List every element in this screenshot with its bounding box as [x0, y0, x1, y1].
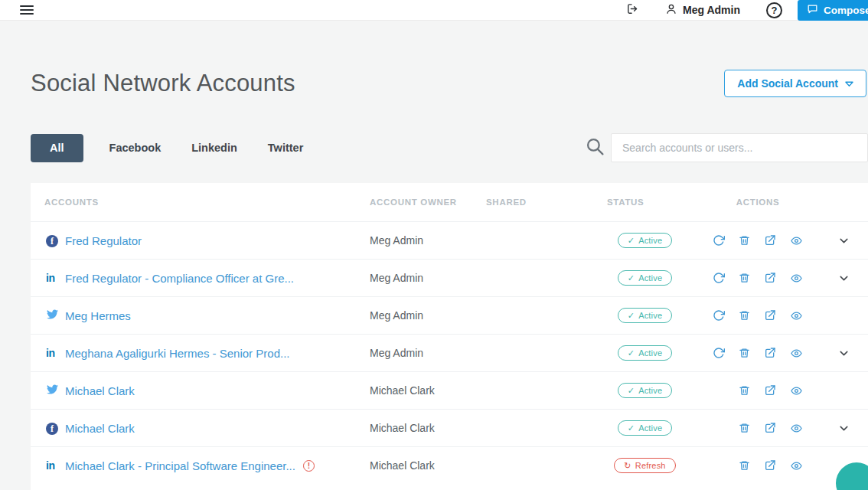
account-name-link[interactable]: Fred Regulator - Compliance Officer at G… [65, 272, 294, 285]
user-menu[interactable]: Meg Admin [665, 3, 740, 18]
status-icon: ✓ [628, 312, 635, 320]
status-cell: ✓ Active [593, 420, 697, 436]
topbar: Meg Admin ? Compose [0, 0, 868, 21]
share-icon[interactable] [764, 384, 776, 397]
actions-cell [697, 272, 819, 284]
share-icon[interactable] [764, 309, 776, 322]
status-icon: ✓ [628, 387, 635, 395]
status-cell: ✓ Active [593, 233, 697, 248]
status-label: Active [638, 311, 662, 320]
view-icon[interactable] [790, 460, 803, 472]
delete-icon[interactable] [739, 459, 750, 472]
view-icon[interactable] [790, 348, 803, 359]
account-name-cell: Meg Hermes [65, 309, 370, 322]
account-name-link[interactable]: Michael Clark [65, 422, 135, 435]
add-social-account-button[interactable]: Add Social Account [724, 70, 866, 97]
account-owner: Meg Admin [370, 309, 486, 322]
warning-icon: ! [303, 460, 315, 472]
compose-label: Compose [824, 5, 868, 16]
view-icon[interactable] [790, 385, 803, 397]
share-icon[interactable] [764, 272, 776, 284]
table-row: Michael Clark Michael Clark ✓ Active [31, 371, 868, 409]
view-icon[interactable] [790, 235, 803, 247]
column-header: ACCOUNT OWNER [370, 198, 486, 207]
status-cell: ✓ Active [593, 345, 697, 361]
logout-button[interactable] [626, 2, 639, 18]
share-icon[interactable] [764, 234, 776, 247]
add-social-account-label: Add Social Account [737, 77, 838, 90]
actions-cell [697, 234, 819, 247]
account-name-cell: Fred Regulator - Compliance Officer at G… [65, 272, 370, 285]
refresh-icon[interactable] [713, 234, 725, 247]
table-body: f Fred Regulator Meg Admin ✓ Active [31, 221, 868, 484]
account-name-link[interactable]: Michael Clark - Principal Software Engin… [65, 459, 295, 472]
main-content: Social Network Accounts Add Social Accou… [0, 70, 868, 490]
network-icon-cell [31, 384, 65, 398]
status-cell: ✓ Active [593, 270, 697, 286]
expand-chevron-icon[interactable] [837, 347, 850, 360]
share-icon[interactable] [764, 459, 776, 472]
status-badge: ✓ Active [618, 420, 673, 436]
expand-cell [819, 234, 868, 247]
view-icon[interactable] [790, 273, 803, 284]
status-icon: ✓ [628, 349, 635, 358]
account-owner: Meg Admin [370, 347, 486, 359]
tab-facebook[interactable]: Facebook [105, 134, 166, 162]
account-owner: Michael Clark [370, 422, 486, 434]
view-icon[interactable] [790, 423, 803, 434]
search-area [586, 133, 868, 162]
status-cell: ✓ Active [593, 383, 697, 398]
accounts-table: ACCOUNTSACCOUNT OWNERSHAREDSTATUSACTIONS… [31, 183, 868, 490]
user-name: Meg Admin [683, 4, 740, 16]
share-icon[interactable] [764, 422, 776, 434]
account-name-cell: Michael Clark [65, 422, 370, 435]
tab-twitter[interactable]: Twitter [263, 134, 308, 162]
account-name-cell: Fred Regulator [65, 234, 370, 247]
facebook-icon: f [46, 423, 58, 435]
delete-icon[interactable] [739, 234, 750, 247]
account-owner: Michael Clark [370, 459, 486, 472]
status-label: Active [638, 423, 662, 433]
account-name-link[interactable]: Meghana Agaligurki Hermes - Senior Prod.… [65, 347, 289, 360]
expand-cell [819, 422, 868, 435]
linkedin-icon: in [46, 347, 54, 359]
expand-cell [819, 384, 868, 397]
account-name-link[interactable]: Michael Clark [65, 384, 135, 397]
tab-linkedin[interactable]: Linkedin [187, 134, 242, 162]
status-icon: ↻ [624, 462, 631, 470]
help-button[interactable]: ? [766, 2, 782, 18]
account-name-link[interactable]: Fred Regulator [65, 234, 142, 247]
share-icon[interactable] [764, 347, 776, 359]
logout-icon [626, 2, 639, 18]
expand-chevron-icon[interactable] [837, 422, 850, 435]
delete-icon[interactable] [739, 347, 750, 359]
account-name-link[interactable]: Meg Hermes [65, 309, 131, 322]
refresh-icon[interactable] [713, 347, 725, 359]
delete-icon[interactable] [739, 309, 750, 322]
menu-icon[interactable] [20, 3, 34, 17]
delete-icon[interactable] [739, 422, 750, 434]
status-cell: ↻ Refresh [593, 458, 697, 473]
delete-icon[interactable] [739, 272, 750, 284]
refresh-icon[interactable] [713, 272, 725, 284]
search-icon [586, 137, 605, 159]
column-header: ACTIONS [697, 198, 819, 207]
table-row: in Fred Regulator - Compliance Officer a… [31, 259, 868, 296]
account-owner: Meg Admin [370, 272, 486, 284]
status-icon: ✓ [628, 237, 635, 245]
status-cell: ✓ Active [593, 308, 697, 323]
search-input[interactable] [611, 133, 868, 162]
page-header: Social Network Accounts Add Social Accou… [31, 70, 868, 97]
view-icon[interactable] [790, 310, 803, 322]
expand-chevron-icon[interactable] [837, 272, 850, 285]
table-row: f Michael Clark Michael Clark ✓ Active [31, 409, 868, 446]
actions-cell [697, 309, 819, 322]
compose-button[interactable]: Compose [798, 0, 868, 21]
delete-icon[interactable] [739, 384, 750, 397]
expand-cell [819, 309, 868, 322]
tab-all[interactable]: All [31, 134, 83, 162]
expand-chevron-icon[interactable] [837, 234, 850, 247]
refresh-icon[interactable] [713, 309, 725, 322]
table-row: Meg Hermes Meg Admin ✓ Active [31, 296, 868, 334]
actions-cell [697, 422, 819, 434]
